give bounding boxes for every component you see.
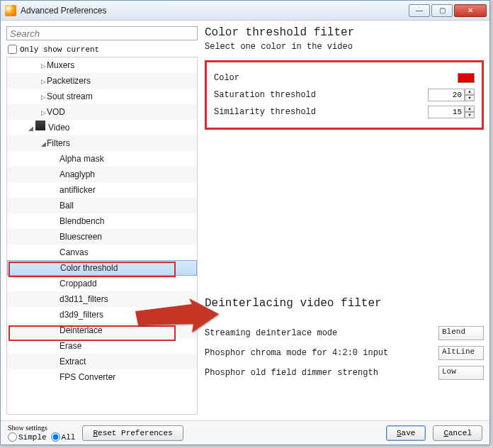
tree-item[interactable]: Deinterlace — [7, 323, 197, 338]
saturation-down-button[interactable]: ▼ — [465, 95, 475, 101]
tree-item[interactable]: ◢Filters — [7, 135, 197, 151]
phosphor-chroma-combo[interactable]: AltLine — [438, 346, 484, 360]
tree-item[interactable]: d3d9_filters — [7, 307, 197, 323]
tree-item-label: Video — [48, 123, 69, 133]
tree-item[interactable]: Bluescreen — [7, 229, 197, 245]
video-icon — [35, 121, 45, 130]
left-column: Only show current ▷Muxers▷Packetizers▷So… — [6, 26, 198, 415]
tree-item[interactable]: Extract — [7, 354, 197, 369]
only-show-current-row: Only show current — [6, 43, 198, 57]
tree-item-label: Erase — [60, 341, 81, 351]
tree-item-label: FPS Converter — [60, 372, 115, 382]
only-show-current-label: Only show current — [20, 45, 99, 54]
streaming-mode-label: Streaming deinterlace mode — [205, 328, 438, 338]
similarity-threshold-label: Similarity threshold — [214, 107, 428, 117]
tree-item[interactable]: FPS Converter — [7, 369, 197, 385]
color-threshold-panel: Color Saturation threshold ▲ ▼ Similarit… — [205, 60, 484, 130]
tree-item[interactable]: Erase — [7, 338, 197, 354]
reset-preferences-button[interactable]: Reset Preferences — [82, 425, 183, 441]
saturation-threshold-input[interactable] — [428, 89, 465, 101]
simple-radio-label[interactable]: Simple — [8, 432, 47, 442]
search-input[interactable] — [6, 26, 198, 40]
phosphor-dimmer-label: Phosphor old field dimmer strength — [205, 368, 438, 378]
saturation-threshold-label: Saturation threshold — [214, 90, 428, 100]
tree-item-label: antiflicker — [60, 185, 96, 195]
save-button[interactable]: Save — [386, 425, 426, 441]
tree-item-label: d3d9_filters — [60, 310, 103, 320]
tree-item-label: Blendbench — [60, 216, 104, 226]
show-settings-label: Show settings — [8, 424, 75, 432]
footer: Show settings Simple All Reset Preferenc… — [1, 420, 489, 444]
tree-item[interactable]: ▷Muxers — [7, 57, 197, 73]
section1-subtitle: Select one color in the video — [205, 42, 484, 52]
tree-item[interactable]: ▷VOD — [7, 104, 197, 120]
window-title: Advanced Preferences — [21, 6, 409, 16]
section2-title: Deinterlacing video filter — [205, 297, 484, 310]
tree-item[interactable]: d3d11_filters — [7, 291, 197, 307]
window: Advanced Preferences — ▢ ✕ Only show cur… — [0, 0, 490, 445]
tree-item[interactable]: Canvas — [7, 245, 197, 260]
tree-item-label: Ball — [60, 201, 74, 211]
tree-item-label: Extract — [60, 357, 86, 366]
phosphor-chroma-label: Phosphor chroma mode for 4:2:0 input — [205, 348, 438, 358]
color-label: Color — [214, 73, 458, 83]
expand-arrow-icon[interactable]: ▷ — [40, 105, 47, 121]
expand-arrow-icon[interactable]: ▷ — [40, 58, 47, 74]
color-swatch[interactable] — [458, 73, 475, 83]
tree-item-label: Color threshold — [60, 263, 118, 273]
expand-arrow-icon[interactable]: ◢ — [27, 121, 34, 136]
tree-item-label: Sout stream — [47, 91, 93, 101]
tree-item-label: Anaglyph — [60, 169, 95, 179]
similarity-up-button[interactable]: ▲ — [465, 106, 475, 112]
tree-item[interactable]: Color threshold — [7, 260, 197, 276]
expand-arrow-icon[interactable]: ▷ — [40, 74, 47, 89]
section2: Deinterlacing video filter Streaming dei… — [205, 297, 484, 383]
tree-item[interactable]: ▷Sout stream — [7, 89, 197, 104]
similarity-down-button[interactable]: ▼ — [465, 112, 475, 118]
content-area: Only show current ▷Muxers▷Packetizers▷So… — [1, 21, 489, 420]
tree-item-label: Packetizers — [47, 76, 91, 86]
saturation-threshold-spin: ▲ ▼ — [428, 89, 475, 101]
tree-item[interactable]: Blendbench — [7, 213, 197, 229]
tree-item-label: Alpha mask — [60, 154, 104, 164]
tree-item-label: Muxers — [47, 60, 74, 70]
all-radio[interactable] — [51, 432, 60, 442]
tree-item[interactable]: Croppadd — [7, 276, 197, 291]
similarity-threshold-spin: ▲ ▼ — [428, 106, 475, 118]
tree-item[interactable]: ▷Packetizers — [7, 73, 197, 89]
tree-item[interactable]: Alpha mask — [7, 151, 197, 167]
close-button[interactable]: ✕ — [454, 4, 487, 17]
only-show-current-checkbox[interactable] — [8, 45, 17, 54]
expand-arrow-icon[interactable]: ◢ — [40, 136, 47, 152]
all-radio-label[interactable]: All — [51, 432, 76, 442]
tree-item-label: Canvas — [60, 247, 89, 257]
expand-arrow-icon[interactable]: ▷ — [40, 89, 47, 105]
tree-item-label: VOD — [47, 107, 65, 117]
tree-item[interactable]: antiflicker — [7, 182, 197, 198]
maximize-button[interactable]: ▢ — [431, 4, 453, 17]
tree-item[interactable]: Anaglyph — [7, 167, 197, 182]
phosphor-dimmer-combo[interactable]: Low — [438, 366, 484, 380]
minimize-button[interactable]: — — [409, 4, 430, 17]
titlebar: Advanced Preferences — ▢ ✕ — [1, 1, 489, 21]
similarity-threshold-input[interactable] — [428, 106, 465, 118]
streaming-mode-combo[interactable]: Blend — [438, 326, 484, 340]
tree-item[interactable]: ◢Video — [7, 120, 197, 135]
tree-item-label: d3d11_filters — [60, 294, 108, 304]
app-icon — [5, 5, 16, 16]
tree-item-label: Croppadd — [60, 279, 97, 289]
tree-item-label: Bluescreen — [60, 232, 102, 242]
tree-item[interactable]: Ball — [7, 198, 197, 213]
preferences-tree[interactable]: ▷Muxers▷Packetizers▷Sout stream▷VOD◢Vide… — [6, 57, 198, 415]
tree-item-label: Filters — [47, 138, 70, 148]
show-settings-group: Show settings Simple All — [8, 424, 75, 442]
cancel-button[interactable]: Cancel — [433, 425, 482, 441]
saturation-up-button[interactable]: ▲ — [465, 89, 475, 95]
simple-radio[interactable] — [8, 432, 17, 442]
section1-title: Color threshold filter — [205, 26, 484, 39]
window-buttons: — ▢ ✕ — [409, 4, 487, 17]
tree-item-label: Deinterlace — [60, 325, 103, 335]
right-column: Color threshold filter Select one color … — [205, 26, 484, 415]
